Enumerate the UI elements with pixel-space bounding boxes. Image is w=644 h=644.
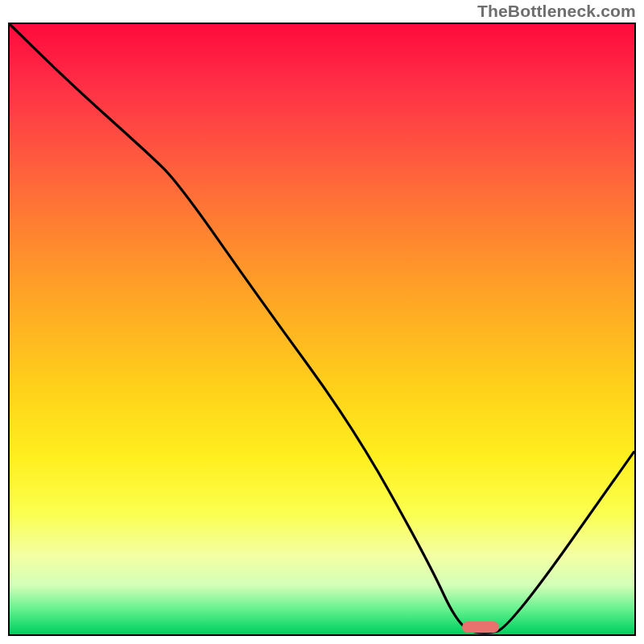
optimum-marker [462,621,500,633]
bottleneck-curve [10,24,634,634]
watermark-text: TheBottleneck.com [477,2,636,21]
curve-path [10,24,634,633]
plot-area [8,23,636,636]
